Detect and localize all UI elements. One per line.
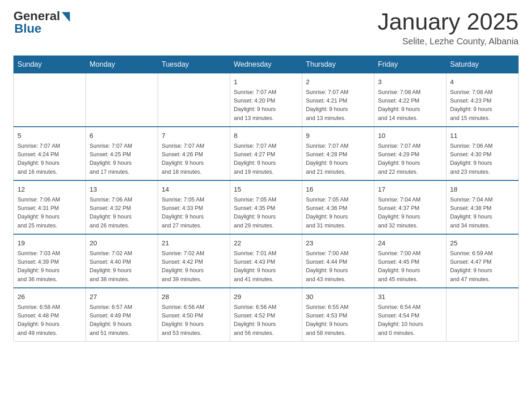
page-header: General Blue January 2025 Selite, Lezhe …: [13, 9, 519, 47]
day-number: 16: [306, 184, 370, 195]
calendar-day-23: 23Sunrise: 7:00 AM Sunset: 4:44 PM Dayli…: [302, 234, 374, 288]
day-info: Sunrise: 7:04 AM Sunset: 4:38 PM Dayligh…: [450, 196, 515, 231]
day-info: Sunrise: 7:05 AM Sunset: 4:36 PM Dayligh…: [306, 196, 370, 231]
calendar-day-5: 5Sunrise: 7:07 AM Sunset: 4:24 PM Daylig…: [14, 127, 86, 180]
day-info: Sunrise: 7:03 AM Sunset: 4:39 PM Dayligh…: [17, 249, 82, 284]
day-info: Sunrise: 7:08 AM Sunset: 4:22 PM Dayligh…: [378, 88, 442, 123]
calendar-day-24: 24Sunrise: 7:00 AM Sunset: 4:45 PM Dayli…: [374, 234, 446, 288]
day-info: Sunrise: 7:07 AM Sunset: 4:26 PM Dayligh…: [162, 142, 226, 177]
day-number: 30: [306, 292, 370, 302]
day-number: 17: [378, 184, 442, 195]
day-info: Sunrise: 7:00 AM Sunset: 4:44 PM Dayligh…: [306, 249, 370, 284]
location-text: Selite, Lezhe County, Albania: [378, 36, 519, 47]
day-info: Sunrise: 7:07 AM Sunset: 4:25 PM Dayligh…: [90, 142, 154, 177]
calendar-day-20: 20Sunrise: 7:02 AM Sunset: 4:40 PM Dayli…: [86, 234, 158, 288]
day-number: 28: [162, 292, 226, 302]
day-number: 23: [306, 238, 370, 248]
weekday-header-monday: Monday: [86, 56, 158, 73]
day-info: Sunrise: 7:02 AM Sunset: 4:42 PM Dayligh…: [162, 249, 226, 284]
day-number: 29: [234, 292, 298, 302]
day-info: Sunrise: 7:07 AM Sunset: 4:21 PM Dayligh…: [306, 88, 370, 123]
day-info: Sunrise: 6:58 AM Sunset: 4:48 PM Dayligh…: [17, 303, 82, 338]
day-number: 12: [17, 184, 82, 195]
day-number: 1: [234, 77, 298, 87]
day-info: Sunrise: 7:01 AM Sunset: 4:43 PM Dayligh…: [234, 249, 298, 284]
calendar-header-row: SundayMondayTuesdayWednesdayThursdayFrid…: [14, 56, 519, 73]
day-number: 7: [162, 131, 226, 141]
calendar-day-18: 18Sunrise: 7:04 AM Sunset: 4:38 PM Dayli…: [446, 180, 519, 234]
calendar-day-26: 26Sunrise: 6:58 AM Sunset: 4:48 PM Dayli…: [14, 288, 86, 342]
day-number: 8: [234, 131, 298, 141]
day-info: Sunrise: 7:00 AM Sunset: 4:45 PM Dayligh…: [378, 249, 442, 284]
calendar-day-1: 1Sunrise: 7:07 AM Sunset: 4:20 PM Daylig…: [230, 73, 302, 127]
calendar-empty-cell: [446, 288, 519, 342]
day-info: Sunrise: 6:57 AM Sunset: 4:49 PM Dayligh…: [90, 303, 154, 338]
calendar-empty-cell: [86, 73, 158, 127]
day-info: Sunrise: 6:56 AM Sunset: 4:50 PM Dayligh…: [162, 303, 226, 338]
logo-blue-text: Blue: [14, 21, 42, 36]
day-number: 6: [90, 131, 154, 141]
calendar-day-10: 10Sunrise: 7:07 AM Sunset: 4:29 PM Dayli…: [374, 127, 446, 180]
calendar-week-row: 19Sunrise: 7:03 AM Sunset: 4:39 PM Dayli…: [14, 234, 519, 288]
day-info: Sunrise: 7:06 AM Sunset: 4:30 PM Dayligh…: [450, 142, 515, 177]
day-info: Sunrise: 6:55 AM Sunset: 4:53 PM Dayligh…: [306, 303, 370, 338]
day-number: 5: [17, 131, 82, 141]
calendar-day-11: 11Sunrise: 7:06 AM Sunset: 4:30 PM Dayli…: [446, 127, 519, 180]
calendar-empty-cell: [158, 73, 230, 127]
day-info: Sunrise: 7:07 AM Sunset: 4:29 PM Dayligh…: [378, 142, 442, 177]
day-number: 13: [90, 184, 154, 195]
day-number: 10: [378, 131, 442, 141]
day-info: Sunrise: 7:05 AM Sunset: 4:35 PM Dayligh…: [234, 196, 298, 231]
day-number: 2: [306, 77, 370, 87]
day-number: 21: [162, 238, 226, 248]
day-info: Sunrise: 6:56 AM Sunset: 4:52 PM Dayligh…: [234, 303, 298, 338]
calendar-day-6: 6Sunrise: 7:07 AM Sunset: 4:25 PM Daylig…: [86, 127, 158, 180]
calendar-day-19: 19Sunrise: 7:03 AM Sunset: 4:39 PM Dayli…: [14, 234, 86, 288]
calendar-week-row: 1Sunrise: 7:07 AM Sunset: 4:20 PM Daylig…: [14, 73, 519, 127]
calendar-day-30: 30Sunrise: 6:55 AM Sunset: 4:53 PM Dayli…: [302, 288, 374, 342]
calendar-day-3: 3Sunrise: 7:08 AM Sunset: 4:22 PM Daylig…: [374, 73, 446, 127]
day-info: Sunrise: 7:07 AM Sunset: 4:27 PM Dayligh…: [234, 142, 298, 177]
day-number: 27: [90, 292, 154, 302]
weekday-header-wednesday: Wednesday: [230, 56, 302, 73]
day-number: 22: [234, 238, 298, 248]
day-number: 18: [450, 184, 515, 195]
calendar-day-28: 28Sunrise: 6:56 AM Sunset: 4:50 PM Dayli…: [158, 288, 230, 342]
logo-arrow-icon: [62, 12, 70, 22]
day-number: 26: [17, 292, 82, 302]
weekday-header-thursday: Thursday: [302, 56, 374, 73]
day-info: Sunrise: 7:04 AM Sunset: 4:37 PM Dayligh…: [378, 196, 442, 231]
day-info: Sunrise: 7:07 AM Sunset: 4:24 PM Dayligh…: [17, 142, 82, 177]
calendar-day-25: 25Sunrise: 6:59 AM Sunset: 4:47 PM Dayli…: [446, 234, 519, 288]
weekday-header-tuesday: Tuesday: [158, 56, 230, 73]
calendar-day-7: 7Sunrise: 7:07 AM Sunset: 4:26 PM Daylig…: [158, 127, 230, 180]
title-section: January 2025 Selite, Lezhe County, Alban…: [378, 9, 519, 47]
calendar-week-row: 26Sunrise: 6:58 AM Sunset: 4:48 PM Dayli…: [14, 288, 519, 342]
calendar-week-row: 12Sunrise: 7:06 AM Sunset: 4:31 PM Dayli…: [14, 180, 519, 234]
calendar-day-29: 29Sunrise: 6:56 AM Sunset: 4:52 PM Dayli…: [230, 288, 302, 342]
day-info: Sunrise: 7:02 AM Sunset: 4:40 PM Dayligh…: [90, 249, 154, 284]
day-info: Sunrise: 6:54 AM Sunset: 4:54 PM Dayligh…: [378, 303, 442, 338]
logo: General Blue: [13, 9, 70, 36]
calendar-day-27: 27Sunrise: 6:57 AM Sunset: 4:49 PM Dayli…: [86, 288, 158, 342]
calendar-day-17: 17Sunrise: 7:04 AM Sunset: 4:37 PM Dayli…: [374, 180, 446, 234]
day-info: Sunrise: 7:06 AM Sunset: 4:31 PM Dayligh…: [17, 196, 82, 231]
weekday-header-sunday: Sunday: [14, 56, 86, 73]
calendar-day-9: 9Sunrise: 7:07 AM Sunset: 4:28 PM Daylig…: [302, 127, 374, 180]
day-number: 14: [162, 184, 226, 195]
calendar-day-2: 2Sunrise: 7:07 AM Sunset: 4:21 PM Daylig…: [302, 73, 374, 127]
day-number: 20: [90, 238, 154, 248]
day-number: 4: [450, 77, 515, 87]
day-number: 3: [378, 77, 442, 87]
calendar-week-row: 5Sunrise: 7:07 AM Sunset: 4:24 PM Daylig…: [14, 127, 519, 180]
calendar-day-8: 8Sunrise: 7:07 AM Sunset: 4:27 PM Daylig…: [230, 127, 302, 180]
calendar-day-15: 15Sunrise: 7:05 AM Sunset: 4:35 PM Dayli…: [230, 180, 302, 234]
day-info: Sunrise: 7:08 AM Sunset: 4:23 PM Dayligh…: [450, 88, 515, 123]
calendar-day-31: 31Sunrise: 6:54 AM Sunset: 4:54 PM Dayli…: [374, 288, 446, 342]
day-info: Sunrise: 6:59 AM Sunset: 4:47 PM Dayligh…: [450, 249, 515, 284]
calendar-day-14: 14Sunrise: 7:05 AM Sunset: 4:33 PM Dayli…: [158, 180, 230, 234]
calendar-day-13: 13Sunrise: 7:06 AM Sunset: 4:32 PM Dayli…: [86, 180, 158, 234]
day-info: Sunrise: 7:07 AM Sunset: 4:20 PM Dayligh…: [234, 88, 298, 123]
calendar-table: SundayMondayTuesdayWednesdayThursdayFrid…: [13, 56, 519, 342]
day-number: 25: [450, 238, 515, 248]
